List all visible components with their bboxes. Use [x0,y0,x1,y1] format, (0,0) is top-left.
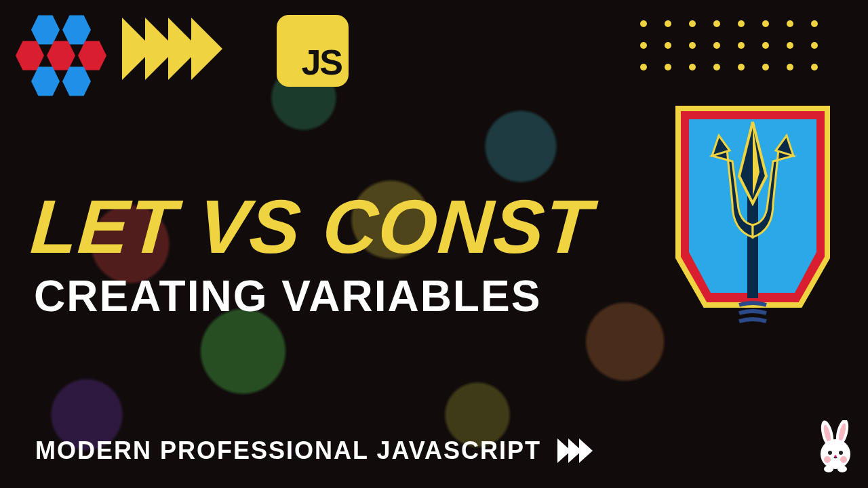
js-badge-text: JS [301,42,342,83]
svg-point-10 [834,455,836,457]
dot-grid-decor [640,20,835,85]
svg-point-7 [840,456,847,463]
svg-point-9 [839,451,843,455]
footer-text: MODERN PROFESSIONAL JAVASCRIPT [35,436,541,465]
svg-point-12 [837,466,847,472]
thumbnail-stage: JS LET VS CONST CREATING VARIABLES [0,0,868,488]
arrow-chevrons-small [557,439,590,463]
chevron-right-icon [579,439,593,463]
svg-point-11 [824,466,833,472]
footer-row: MODERN PROFESSIONAL JAVASCRIPT [35,436,590,465]
hex-cluster-logo [15,12,110,94]
svg-point-6 [824,456,831,463]
headline-subtitle: CREATING VARIABLES [34,271,541,321]
bunny-icon [810,420,864,481]
arrow-chevrons-large [122,18,214,80]
javascript-logo-icon: JS [277,15,349,87]
svg-point-5 [821,439,850,469]
trident-shield-logo [665,102,841,332]
chevron-right-icon [191,18,222,80]
headline-title: LET VS CONST [28,183,595,270]
svg-point-8 [828,451,832,455]
